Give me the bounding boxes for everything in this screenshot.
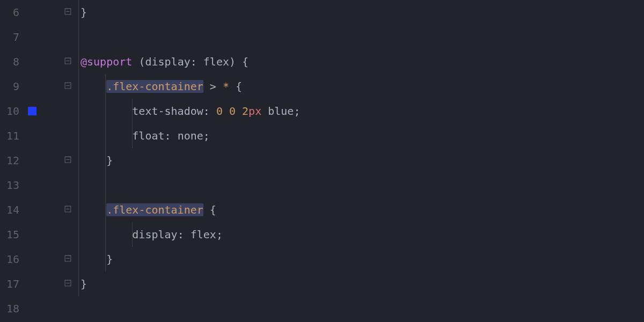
line-number: 13 — [0, 179, 23, 192]
code-token: display — [132, 228, 177, 241]
code-token: ; — [216, 228, 223, 241]
fold-gutter[interactable] — [43, 25, 75, 49]
code-line[interactable]: 18 — [0, 296, 644, 321]
code-content[interactable] — [75, 296, 644, 321]
code-content[interactable]: float: none; — [75, 123, 644, 148]
code-token: > — [203, 80, 223, 93]
code-token: float — [132, 129, 164, 142]
code-token: ( — [138, 55, 145, 68]
line-number: 15 — [0, 228, 23, 241]
code-token: display — [145, 55, 190, 68]
code-content[interactable]: text-shadow: 0 0 2px blue; — [75, 99, 644, 123]
code-token: } — [106, 253, 113, 266]
fold-gutter[interactable] — [43, 148, 75, 173]
code-token: none — [171, 129, 203, 142]
code-token: 0 — [216, 105, 223, 118]
code-token: .flex-container — [106, 203, 203, 216]
gutter-marker-column[interactable] — [23, 107, 43, 115]
line-number: 7 — [0, 31, 23, 43]
code-token: 0 — [229, 105, 236, 118]
fold-gutter[interactable] — [43, 272, 75, 296]
indent-guides — [75, 25, 644, 49]
line-number: 10 — [0, 105, 23, 118]
code-editor[interactable]: 6}78@support (display: flex) {9 .flex-co… — [0, 0, 644, 322]
code-line[interactable]: 15 display: flex; — [0, 222, 644, 247]
gutter-marker-icon[interactable] — [28, 107, 36, 115]
code-line[interactable]: 13 — [0, 173, 644, 197]
code-line[interactable]: 16 } — [0, 247, 644, 272]
indent-guides — [75, 296, 644, 321]
fold-gutter[interactable] — [43, 197, 75, 222]
code-content[interactable]: .flex-container > * { — [75, 74, 644, 99]
code-token: ) — [229, 55, 236, 68]
code-line[interactable]: 11 float: none; — [0, 123, 644, 148]
fold-close-icon[interactable] — [64, 255, 71, 264]
fold-close-icon[interactable] — [64, 280, 71, 288]
code-content[interactable]: display: flex; — [75, 222, 644, 247]
fold-gutter[interactable] — [43, 99, 75, 123]
code-token: 2 — [242, 105, 248, 118]
code-line[interactable]: 6} — [0, 0, 644, 25]
code-line[interactable]: 17} — [0, 272, 644, 296]
code-line[interactable]: 7 — [0, 25, 644, 49]
fold-gutter[interactable] — [43, 173, 75, 197]
indent-guides — [75, 272, 644, 296]
code-content[interactable]: .flex-container { — [75, 197, 644, 222]
code-content[interactable]: } — [75, 0, 644, 25]
indent-guides — [75, 148, 644, 173]
code-token: blue — [261, 105, 294, 118]
code-token: * — [223, 80, 229, 93]
code-token: flex — [197, 55, 229, 68]
fold-gutter[interactable] — [43, 123, 75, 148]
code-token: @support — [80, 55, 138, 68]
code-token: } — [80, 277, 87, 290]
code-token: text-shadow — [132, 105, 203, 118]
fold-open-icon[interactable] — [64, 206, 71, 214]
fold-gutter[interactable] — [43, 0, 75, 25]
code-line[interactable]: 9 .flex-container > * { — [0, 74, 644, 99]
fold-open-icon[interactable] — [64, 82, 71, 91]
code-line[interactable]: 10 text-shadow: 0 0 2px blue; — [0, 99, 644, 123]
fold-gutter[interactable] — [43, 247, 75, 272]
line-number: 16 — [0, 253, 23, 266]
fold-close-icon[interactable] — [64, 8, 71, 17]
code-content[interactable]: } — [75, 148, 644, 173]
code-content[interactable]: @support (display: flex) { — [75, 49, 644, 74]
line-number: 17 — [0, 277, 23, 290]
code-line[interactable]: 12 } — [0, 148, 644, 173]
code-content[interactable]: } — [75, 247, 644, 272]
code-token: .flex-container — [106, 80, 203, 93]
indent-guides — [75, 173, 644, 197]
fold-close-icon[interactable] — [64, 156, 71, 165]
code-token: { — [229, 80, 242, 93]
code-content[interactable] — [75, 173, 644, 197]
code-line[interactable]: 14 .flex-container { — [0, 197, 644, 222]
line-number: 9 — [0, 80, 23, 93]
fold-gutter[interactable] — [43, 49, 75, 74]
code-token: ; — [203, 129, 210, 142]
code-token — [80, 228, 132, 241]
code-line[interactable]: 8@support (display: flex) { — [0, 49, 644, 74]
line-number: 14 — [0, 203, 23, 216]
code-token: { — [203, 203, 216, 216]
fold-gutter[interactable] — [43, 296, 75, 321]
code-token: : — [203, 105, 210, 118]
line-number: 6 — [0, 6, 23, 19]
code-token — [236, 105, 242, 118]
code-token: } — [106, 154, 113, 167]
fold-gutter[interactable] — [43, 222, 75, 247]
code-token: : — [165, 129, 171, 142]
fold-open-icon[interactable] — [64, 57, 71, 66]
code-token: } — [80, 6, 87, 19]
line-number: 8 — [0, 55, 23, 68]
code-token — [223, 105, 229, 118]
code-content[interactable] — [75, 25, 644, 49]
code-token — [80, 253, 106, 266]
line-number: 11 — [0, 129, 23, 142]
code-token: flex — [184, 228, 216, 241]
code-token — [210, 105, 216, 118]
code-token: ; — [294, 105, 300, 118]
code-content[interactable]: } — [75, 272, 644, 296]
code-token — [80, 203, 106, 216]
fold-gutter[interactable] — [43, 74, 75, 99]
